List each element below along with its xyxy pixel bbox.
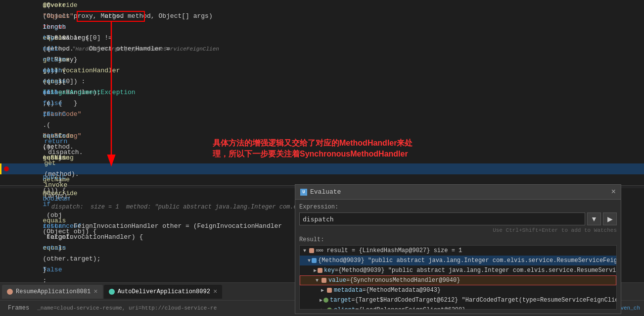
tab-label-active: AutoDeliverApplication8092: [118, 288, 210, 295]
expression-input-row: ▼ ▶: [299, 212, 617, 225]
eval-title-text: Evaluate: [310, 188, 341, 196]
expand-icon: ▼: [314, 277, 320, 283]
tab-label: ResumeApplication8081: [16, 288, 91, 295]
tab-close-active-button[interactable]: ×: [213, 288, 217, 296]
eval-body: Expression: ▼ ▶ Use Ctrl+Shift+Enter to …: [295, 200, 621, 314]
result-row[interactable]: ▶ target = {Target$HardCodedTarget@6212}…: [300, 295, 616, 305]
tab-close-button[interactable]: ×: [93, 288, 97, 296]
tab-autodeliver-application[interactable]: AutoDeliverApplication8092 ×: [104, 285, 223, 299]
tab-icon-active: [109, 289, 115, 295]
eval-hint: Use Ctrl+Shift+Enter to add to Watches: [299, 227, 617, 233]
annotation-text: 具体方法的增强逻辑又交给了对应的MethodHandler来处 理，所以下一步要…: [213, 138, 413, 160]
expand-icon: ▼: [302, 248, 308, 254]
result-row-selected[interactable]: ▼ {Method@9039} "public abstract java.la…: [300, 256, 616, 265]
expand-icon: ▶: [314, 267, 317, 273]
eval-expand-button[interactable]: ▼: [587, 212, 601, 225]
eval-run-button[interactable]: ▶: [603, 212, 617, 225]
expression-label: Expression:: [299, 204, 617, 211]
evaluate-panel: U Evaluate × Expression: ▼ ▶ Use Ctrl+Sh…: [295, 184, 621, 314]
eval-header: U Evaluate ×: [295, 185, 621, 200]
status-text: _name=cloud-service-resume, uri=http://c…: [37, 305, 217, 311]
result-row-value[interactable]: ▼ value = {SynchronousMethodHandler@9040…: [300, 275, 616, 285]
eval-close-button[interactable]: ×: [611, 188, 616, 197]
expand-icon: ▶: [320, 307, 325, 310]
tab-resume-application[interactable]: ResumeApplication8081 ×: [2, 285, 103, 299]
result-row[interactable]: ▶ client = {LoadBalancerFeignClient@6208…: [300, 305, 616, 310]
result-label: Result:: [299, 236, 617, 243]
eval-title: U Evaluate: [300, 188, 341, 196]
expand-icon: ▼: [308, 258, 311, 263]
expand-icon: ▶: [320, 297, 322, 303]
breakpoint-indicator: [4, 166, 9, 171]
result-area[interactable]: ▼ ∞∞ result = {LinkedHashMap@9027} size …: [299, 245, 617, 310]
result-row[interactable]: ▼ ∞∞ result = {LinkedHashMap@9027} size …: [300, 246, 616, 256]
frames-label: Frames: [4, 303, 33, 314]
expression-input[interactable]: [299, 212, 585, 225]
tab-icon: [7, 289, 13, 295]
evaluate-icon: U: [300, 189, 307, 196]
result-row[interactable]: ▶ metadata = {MethodMetadata@9043}: [300, 285, 616, 295]
result-row[interactable]: ▶ key = {Method@9039} "public abstract j…: [300, 265, 616, 275]
expand-icon: ▶: [320, 287, 325, 293]
